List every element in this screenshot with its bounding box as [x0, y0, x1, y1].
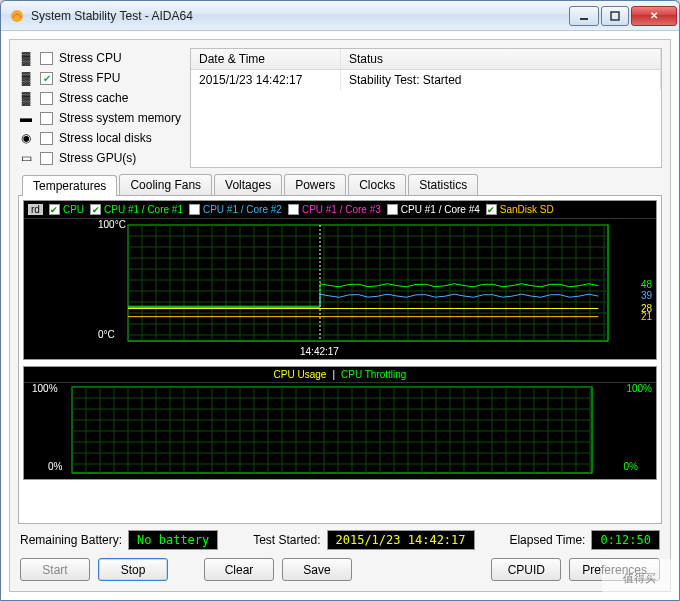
client-area: ▓ Stress CPU▓ Stress FPU▓ Stress cache▬ …: [9, 39, 671, 592]
stress-checkbox[interactable]: [40, 112, 53, 125]
legend-label: CPU #1 / Core #1: [104, 204, 183, 215]
start-button[interactable]: Start: [20, 558, 90, 581]
stress-item[interactable]: ▓ Stress FPU: [18, 68, 182, 88]
legend-head: rd: [28, 204, 43, 215]
stress-item[interactable]: ▭ Stress GPU(s): [18, 148, 182, 168]
tabs: TemperaturesCooling FansVoltagesPowersCl…: [22, 174, 662, 195]
started-value: 2015/1/23 14:42:17: [327, 530, 475, 550]
app-window: System Stability Test - AIDA64 ✕ ▓ Stres…: [0, 0, 680, 601]
tab-cooling-fans[interactable]: Cooling Fans: [119, 174, 212, 195]
legend-checkbox[interactable]: [189, 204, 200, 215]
y-left-bot: 0%: [48, 461, 62, 472]
col-datetime[interactable]: Date & Time: [191, 49, 341, 69]
stress-label: Stress system memory: [59, 111, 181, 125]
hardware-icon: ▓: [18, 90, 34, 106]
stress-item[interactable]: ▬ Stress system memory: [18, 108, 182, 128]
svg-point-0: [11, 10, 23, 22]
legend-checkbox[interactable]: [486, 204, 497, 215]
tab-statistics[interactable]: Statistics: [408, 174, 478, 195]
legend-item[interactable]: CPU #1 / Core #4: [387, 204, 480, 215]
stress-checkbox[interactable]: [40, 132, 53, 145]
stress-label: Stress CPU: [59, 51, 122, 65]
button-row: Start Stop Clear Save CPUID Preferences: [18, 556, 662, 583]
app-icon: [9, 8, 25, 24]
stress-item[interactable]: ▓ Stress cache: [18, 88, 182, 108]
legend-cpu-throttling: CPU Throttling: [341, 369, 406, 380]
window-title: System Stability Test - AIDA64: [31, 9, 567, 23]
tab-temperatures[interactable]: Temperatures: [22, 175, 117, 196]
started-label: Test Started:: [253, 533, 320, 547]
legend-label: CPU #1 / Core #4: [401, 204, 480, 215]
series-end-label: 21: [641, 311, 652, 322]
elapsed-value: 0:12:50: [591, 530, 660, 550]
hardware-icon: ▬: [18, 110, 34, 126]
stop-button[interactable]: Stop: [98, 558, 168, 581]
tab-panel: rd CPU CPU #1 / Core #1 CPU #1 / Core #2…: [18, 195, 662, 524]
battery-value: No battery: [128, 530, 218, 550]
legend-separator: |: [332, 369, 335, 380]
stress-item[interactable]: ▓ Stress CPU: [18, 48, 182, 68]
temperature-legend: rd CPU CPU #1 / Core #1 CPU #1 / Core #2…: [24, 201, 656, 219]
svg-rect-2: [611, 12, 619, 20]
col-status[interactable]: Status: [341, 49, 661, 69]
legend-item[interactable]: CPU #1 / Core #3: [288, 204, 381, 215]
stress-label: Stress cache: [59, 91, 128, 105]
log-status: Stability Test: Started: [341, 70, 661, 90]
stress-label: Stress local disks: [59, 131, 152, 145]
legend-label: SanDisk SD: [500, 204, 554, 215]
svg-rect-51: [72, 387, 592, 473]
tab-clocks[interactable]: Clocks: [348, 174, 406, 195]
battery-label: Remaining Battery:: [20, 533, 122, 547]
legend-checkbox[interactable]: [387, 204, 398, 215]
y-right-top: 100%: [626, 383, 652, 394]
temperature-chart: rd CPU CPU #1 / Core #1 CPU #1 / Core #2…: [23, 200, 657, 360]
series-end-label: 48: [641, 279, 652, 290]
stress-item[interactable]: ◉ Stress local disks: [18, 128, 182, 148]
svg-rect-1: [580, 18, 588, 20]
legend-label: CPU: [63, 204, 84, 215]
tab-powers[interactable]: Powers: [284, 174, 346, 195]
stress-checkbox[interactable]: [40, 152, 53, 165]
stress-checkbox[interactable]: [40, 92, 53, 105]
maximize-button[interactable]: [601, 6, 629, 26]
stress-label: Stress GPU(s): [59, 151, 136, 165]
y-right-bot: 0%: [624, 461, 638, 472]
minimize-button[interactable]: [569, 6, 599, 26]
usage-legend: CPU Usage | CPU Throttling: [24, 367, 656, 383]
legend-item[interactable]: CPU: [49, 204, 84, 215]
clear-button[interactable]: Clear: [204, 558, 274, 581]
y-left-top: 100%: [32, 383, 58, 394]
stress-checkbox[interactable]: [40, 52, 53, 65]
preferences-button[interactable]: Preferences: [569, 558, 660, 581]
event-log[interactable]: Date & Time Status 2015/1/23 14:42:17 St…: [190, 48, 662, 168]
tab-voltages[interactable]: Voltages: [214, 174, 282, 195]
legend-item[interactable]: SanDisk SD: [486, 204, 554, 215]
log-datetime: 2015/1/23 14:42:17: [191, 70, 341, 90]
hardware-icon: ▓: [18, 50, 34, 66]
usage-chart: CPU Usage | CPU Throttling 100% 0% 100% …: [23, 366, 657, 480]
hardware-icon: ▭: [18, 150, 34, 166]
legend-item[interactable]: CPU #1 / Core #1: [90, 204, 183, 215]
status-row: Remaining Battery: No battery Test Start…: [18, 524, 662, 556]
close-button[interactable]: ✕: [631, 6, 677, 26]
stress-label: Stress FPU: [59, 71, 120, 85]
legend-item[interactable]: CPU #1 / Core #2: [189, 204, 282, 215]
hardware-icon: ◉: [18, 130, 34, 146]
legend-checkbox[interactable]: [49, 204, 60, 215]
save-button[interactable]: Save: [282, 558, 352, 581]
stress-checkbox[interactable]: [40, 72, 53, 85]
legend-checkbox[interactable]: [90, 204, 101, 215]
elapsed-label: Elapsed Time:: [509, 533, 585, 547]
log-row[interactable]: 2015/1/23 14:42:17 Stability Test: Start…: [191, 70, 661, 90]
log-header: Date & Time Status: [191, 49, 661, 70]
stress-options: ▓ Stress CPU▓ Stress FPU▓ Stress cache▬ …: [18, 48, 182, 168]
cpuid-button[interactable]: CPUID: [491, 558, 561, 581]
legend-cpu-usage: CPU Usage: [274, 369, 327, 380]
legend-label: CPU #1 / Core #2: [203, 204, 282, 215]
legend-checkbox[interactable]: [288, 204, 299, 215]
titlebar[interactable]: System Stability Test - AIDA64 ✕: [1, 1, 679, 31]
hardware-icon: ▓: [18, 70, 34, 86]
series-end-label: 39: [641, 290, 652, 301]
legend-label: CPU #1 / Core #3: [302, 204, 381, 215]
